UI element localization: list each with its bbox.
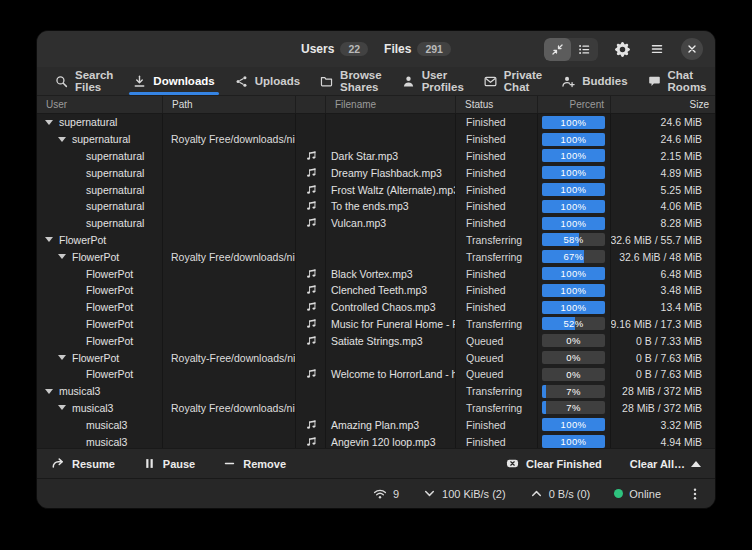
path-cell (163, 433, 296, 448)
tab-label: Chat Rooms (668, 69, 707, 93)
table-row[interactable]: FlowerPotWelcome to HorrorLand - hi.mp3Q… (37, 366, 715, 383)
progress-bar: 100% (542, 149, 605, 162)
hamburger-menu-icon[interactable] (646, 38, 668, 60)
resume-button[interactable]: Resume (51, 457, 115, 471)
size-cell: 3.32 MiB (611, 416, 715, 433)
collapse-icon[interactable] (544, 38, 571, 61)
person-plus-icon (562, 75, 575, 88)
table-row[interactable]: FlowerPotTransferring58%32.6 MiB / 55.7 … (37, 232, 715, 249)
table-row[interactable]: FlowerPotMusic for Funeral Home - Part 1… (37, 316, 715, 333)
size-cell: 24.6 MiB (611, 131, 715, 148)
tab-label: User Profiles (422, 69, 464, 93)
size-cell: 2.15 MiB (611, 148, 715, 165)
upload-rate: 0 B/s (0) (549, 488, 591, 500)
expander-icon[interactable] (58, 137, 66, 142)
list-view-icon[interactable] (571, 38, 598, 61)
filename-cell: Music for Funeral Home - Part 1 (326, 316, 456, 333)
col-size[interactable]: Size (611, 96, 715, 113)
table-row[interactable]: FlowerPotRoyalty-Free/downloads/nicotine… (37, 349, 715, 366)
col-percent[interactable]: Percent (538, 96, 611, 113)
music-note-icon (305, 436, 317, 448)
filename-cell: Satiate Strings.mp3 (326, 332, 456, 349)
pause-button[interactable]: Pause (143, 457, 195, 470)
status-cell: Transferring (456, 232, 538, 249)
table-row[interactable]: supernaturalDark Star.mp3Finished100%2.1… (37, 148, 715, 165)
col-filename[interactable]: Filename (326, 96, 456, 113)
table-row[interactable]: musical3Amazing Plan.mp3Finished100%3.32… (37, 416, 715, 433)
tab-browse-shares[interactable]: Browse Shares (310, 67, 392, 95)
connections-indicator[interactable]: 9 (373, 487, 399, 501)
resume-label: Resume (72, 458, 115, 470)
tab-buddies[interactable]: Buddies (552, 67, 637, 95)
upload-rate-indicator[interactable]: 0 B/s (0) (530, 487, 591, 500)
transfers-list: supernaturalFinished100%24.6 MiBsupernat… (37, 114, 715, 448)
table-row[interactable]: supernaturalTo the ends.mp3Finished100%4… (37, 198, 715, 215)
progress-label: 100% (542, 418, 605, 431)
progress-label: 100% (542, 200, 605, 213)
progress-label: 100% (542, 267, 605, 280)
online-status[interactable]: Online (614, 488, 661, 500)
remove-button[interactable]: Remove (223, 457, 286, 470)
table-row[interactable]: musical3Transferring7%28 MiB / 372 MiB (37, 383, 715, 400)
expander-icon[interactable] (58, 254, 66, 259)
col-icon[interactable] (296, 96, 326, 113)
path-cell (163, 332, 296, 349)
col-path[interactable]: Path (163, 96, 296, 113)
folder-icon (320, 75, 333, 88)
table-row[interactable]: FlowerPotRoyalty Free/downloads/nicotine… (37, 248, 715, 265)
expander-icon[interactable] (58, 355, 66, 360)
col-user[interactable]: User (37, 96, 163, 113)
progress-label: 100% (542, 116, 605, 129)
close-icon[interactable] (681, 38, 703, 60)
table-row[interactable]: supernaturalDreamy Flashback.mp3Finished… (37, 164, 715, 181)
tab-search-files[interactable]: Search Files (45, 67, 123, 95)
expander-icon[interactable] (58, 405, 66, 410)
download-icon (133, 75, 146, 88)
kebab-menu-icon[interactable] (685, 487, 705, 501)
progress-label: 67% (542, 250, 605, 263)
tab-user-profiles[interactable]: User Profiles (392, 67, 474, 95)
expander-icon[interactable] (45, 237, 53, 242)
progress-label: 100% (542, 166, 605, 179)
search-icon (55, 75, 68, 88)
size-cell: 4.06 MiB (611, 198, 715, 215)
col-status[interactable]: Status (456, 96, 538, 113)
path-cell: Royalty Free/downloads/nicotine (163, 248, 296, 265)
table-row[interactable]: musical3Royalty Free/downloads/nicotineT… (37, 400, 715, 417)
music-note-icon (305, 217, 317, 229)
files-stat: Files 291 (384, 42, 451, 57)
path-cell (163, 316, 296, 333)
clear-finished-button[interactable]: Clear Finished (506, 457, 602, 470)
table-row[interactable]: FlowerPotBlack Vortex.mp3Finished100%6.4… (37, 265, 715, 282)
expander-icon[interactable] (45, 120, 53, 125)
clear-finished-label: Clear Finished (526, 458, 602, 470)
expander-icon[interactable] (45, 389, 53, 394)
status-cell: Finished (456, 181, 538, 198)
size-cell: 3.48 MiB (611, 282, 715, 299)
table-row[interactable]: supernaturalVulcan.mp3Finished100%8.28 M… (37, 215, 715, 232)
online-dot-icon (614, 489, 623, 498)
status-cell: Finished (456, 164, 538, 181)
progress-bar: 100% (542, 183, 605, 196)
progress-label: 100% (542, 217, 605, 230)
table-row[interactable]: musical3Angevin 120 loop.mp3Finished100%… (37, 433, 715, 448)
table-row[interactable]: FlowerPotControlled Chaos.mp3Finished100… (37, 299, 715, 316)
user-name: FlowerPot (86, 301, 133, 313)
preferences-gear-icon[interactable] (611, 38, 633, 60)
tab-private-chat[interactable]: Private Chat (474, 67, 552, 95)
clear-all-menu-button[interactable]: Clear All… (630, 458, 701, 470)
music-note-icon (305, 150, 317, 162)
table-row[interactable]: supernaturalFinished100%24.6 MiB (37, 114, 715, 131)
size-cell: 0 B / 7.63 MiB (611, 349, 715, 366)
tab-uploads[interactable]: Uploads (225, 67, 310, 95)
download-rate-indicator[interactable]: 100 KiB/s (2) (423, 487, 506, 500)
tab-chat-rooms[interactable]: Chat Rooms (638, 67, 716, 95)
table-row[interactable]: FlowerPotSatiate Strings.mp3Queued0%0 B … (37, 332, 715, 349)
table-row[interactable]: FlowerPotClenched Teeth.mp3Finished100%3… (37, 282, 715, 299)
table-row[interactable]: supernaturalRoyalty Free/downloads/nicot… (37, 131, 715, 148)
table-row[interactable]: supernaturalFrost Waltz (Alternate).mp3F… (37, 181, 715, 198)
caret-up-icon (691, 461, 701, 467)
tab-downloads[interactable]: Downloads (123, 67, 224, 95)
filename-cell (326, 400, 456, 417)
filename-cell: To the ends.mp3 (326, 198, 456, 215)
